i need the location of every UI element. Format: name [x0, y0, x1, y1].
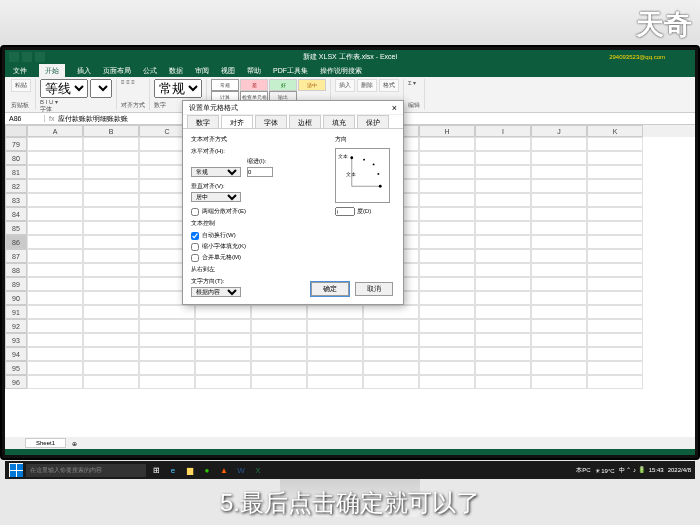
dlg-tab-number[interactable]: 数字 — [187, 115, 219, 128]
system-tray[interactable]: 本PC ☀ 19°C 中 ⌃ ♪ 🔋 15:43 2022/4/8 — [576, 466, 691, 475]
row-header[interactable]: 80 — [5, 151, 27, 165]
row-header[interactable]: 96 — [5, 375, 27, 389]
col-header[interactable]: I — [475, 125, 531, 137]
svg-point-0 — [379, 185, 382, 188]
format-cells-dialog: 设置单元格格式 × 数字 对齐 字体 边框 填充 保护 文本对齐方式 水平对齐(… — [182, 100, 404, 305]
tray-date: 2022/4/8 — [668, 467, 691, 473]
tab-help[interactable]: 帮助 — [247, 66, 261, 76]
col-header[interactable]: K — [587, 125, 643, 137]
row-header[interactable]: 82 — [5, 179, 27, 193]
format-button[interactable]: 格式 — [379, 79, 399, 92]
dialog-title: 设置单元格格式 — [189, 103, 238, 113]
direction-label: 文字方向(T): — [191, 277, 325, 286]
v-align-select[interactable]: 居中 — [191, 192, 241, 202]
select-all-corner[interactable] — [5, 125, 27, 137]
window-title: 新建 XLSX 工作表.xlsx - Excel — [303, 52, 397, 62]
edge-icon[interactable]: e — [166, 463, 180, 477]
tab-insert[interactable]: 插入 — [77, 66, 91, 76]
font-name-select[interactable]: 等线 — [40, 79, 88, 98]
svg-point-2 — [373, 163, 375, 165]
tab-pdf[interactable]: PDF工具集 — [273, 66, 308, 76]
shrink-checkbox[interactable] — [191, 243, 199, 251]
font-size-select[interactable]: 11 — [90, 79, 112, 98]
task-view-icon[interactable]: ⊞ — [149, 463, 163, 477]
tab-layout[interactable]: 页面布局 — [103, 66, 131, 76]
row-header[interactable]: 88 — [5, 263, 27, 277]
dlg-tab-protect[interactable]: 保护 — [357, 115, 389, 128]
dlg-tab-fill[interactable]: 填充 — [323, 115, 355, 128]
word-icon[interactable]: W — [234, 463, 248, 477]
name-box[interactable]: A86 — [5, 115, 45, 122]
ok-button[interactable]: 确定 — [311, 282, 349, 296]
watermark-text: 天奇 — [636, 6, 692, 44]
style-neutral[interactable]: 适中 — [298, 79, 326, 91]
wrap-checkbox[interactable] — [191, 232, 199, 240]
style-normal[interactable]: 常规 — [211, 79, 239, 91]
ribbon-font: 等线 11 B I U ▾ 字体 — [36, 79, 117, 110]
svg-point-3 — [363, 159, 365, 161]
row-header[interactable]: 85 — [5, 221, 27, 235]
cancel-button[interactable]: 取消 — [355, 282, 393, 296]
tab-file[interactable]: 文件 — [13, 66, 27, 76]
style-good[interactable]: 好 — [269, 79, 297, 91]
fx-icon[interactable]: fx — [45, 115, 58, 122]
paste-button[interactable]: 粘贴 — [11, 79, 31, 92]
subtitle-text: 5.最后点击确定就可以了 — [0, 487, 700, 519]
tab-view[interactable]: 视图 — [221, 66, 235, 76]
col-header[interactable]: B — [83, 125, 139, 137]
cpu-label: 本PC — [576, 466, 590, 475]
row-header[interactable]: 93 — [5, 333, 27, 347]
h-align-select[interactable]: 常规 — [191, 167, 241, 177]
row-header[interactable]: 91 — [5, 305, 27, 319]
row-header[interactable]: 79 — [5, 137, 27, 151]
orientation-label: 方向 — [335, 135, 395, 144]
taskbar-search[interactable]: 在这里输入你要搜索的内容 — [26, 464, 146, 477]
title-bar: 新建 XLSX 工作表.xlsx - Excel 294093523@qq.co… — [5, 50, 695, 64]
tab-tell[interactable]: 操作说明搜索 — [320, 66, 362, 76]
wechat-icon[interactable]: ● — [200, 463, 214, 477]
formula-content[interactable]: 应付款账款明细账款账 — [58, 114, 128, 124]
row-header[interactable]: 83 — [5, 193, 27, 207]
row-header[interactable]: 92 — [5, 319, 27, 333]
col-header[interactable]: A — [27, 125, 83, 137]
tab-data[interactable]: 数据 — [169, 66, 183, 76]
number-format-select[interactable]: 常规 — [154, 79, 202, 98]
sheet-tabs: Sheet1 ⊕ — [5, 437, 695, 449]
app-icon[interactable]: ▲ — [217, 463, 231, 477]
row-header[interactable]: 86 — [5, 235, 27, 249]
insert-button[interactable]: 插入 — [335, 79, 355, 92]
merge-checkbox[interactable] — [191, 254, 199, 262]
orientation-control[interactable]: 文本 文本 — [335, 148, 390, 203]
row-header[interactable]: 94 — [5, 347, 27, 361]
indent-label: 缩进(I): — [247, 157, 273, 166]
indent-input[interactable] — [247, 167, 273, 177]
new-sheet-icon[interactable]: ⊕ — [72, 440, 77, 447]
degree-input[interactable] — [335, 207, 355, 216]
row-header[interactable]: 90 — [5, 291, 27, 305]
justify-checkbox[interactable] — [191, 208, 199, 216]
row-header[interactable]: 89 — [5, 277, 27, 291]
row-header[interactable]: 95 — [5, 361, 27, 375]
start-button[interactable] — [9, 463, 23, 477]
col-header[interactable]: H — [419, 125, 475, 137]
row-header[interactable]: 84 — [5, 207, 27, 221]
style-bad[interactable]: 差 — [240, 79, 268, 91]
row-header[interactable]: 87 — [5, 249, 27, 263]
folder-icon[interactable]: ▆ — [183, 463, 197, 477]
direction-select[interactable]: 根据内容 — [191, 287, 241, 297]
dlg-tab-border[interactable]: 边框 — [289, 115, 321, 128]
close-icon[interactable]: × — [392, 103, 397, 113]
sheet-tab-1[interactable]: Sheet1 — [25, 438, 66, 448]
dlg-tab-align[interactable]: 对齐 — [221, 115, 253, 128]
account-name[interactable]: 294093523@qq.com — [609, 54, 665, 60]
tab-home[interactable]: 开始 — [39, 64, 65, 78]
dlg-tab-font[interactable]: 字体 — [255, 115, 287, 128]
tab-formula[interactable]: 公式 — [143, 66, 157, 76]
quick-access-toolbar[interactable] — [9, 52, 45, 62]
excel-icon[interactable]: X — [251, 463, 265, 477]
tab-review[interactable]: 审阅 — [195, 66, 209, 76]
ribbon-align: ≡ ≡ ≡ 对齐方式 — [117, 79, 150, 110]
delete-button[interactable]: 删除 — [357, 79, 377, 92]
col-header[interactable]: J — [531, 125, 587, 137]
row-header[interactable]: 81 — [5, 165, 27, 179]
